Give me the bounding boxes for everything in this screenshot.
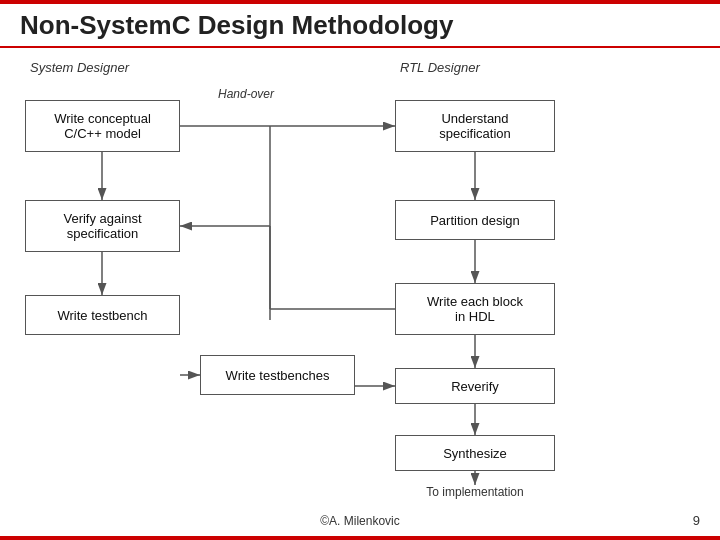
box-write-testbench: Write testbench bbox=[25, 295, 180, 335]
box-write-each-block: Write each block in HDL bbox=[395, 283, 555, 335]
top-border bbox=[0, 0, 720, 4]
to-implementation-label: To implementation bbox=[395, 485, 555, 499]
box-write-testbenches: Write testbenches bbox=[200, 355, 355, 395]
box-partition-design: Partition design bbox=[395, 200, 555, 240]
box-reverify: Reverify bbox=[395, 368, 555, 404]
footer-text: ©A. Milenkovic bbox=[320, 514, 400, 528]
box-synthesize: Synthesize bbox=[395, 435, 555, 471]
arrows-overlay bbox=[0, 0, 720, 540]
box-write-conceptual: Write conceptual C/C++ model bbox=[25, 100, 180, 152]
page-title: Non-SystemC Design Methodology bbox=[20, 10, 453, 41]
bottom-border bbox=[0, 536, 720, 540]
title-underline bbox=[0, 46, 720, 48]
system-designer-label: System Designer bbox=[30, 60, 129, 75]
hand-over-label: Hand-over bbox=[218, 87, 274, 101]
rtl-designer-label: RTL Designer bbox=[400, 60, 480, 75]
page-number: 9 bbox=[693, 513, 700, 528]
box-understand-spec: Understand specification bbox=[395, 100, 555, 152]
box-verify-against: Verify against specification bbox=[25, 200, 180, 252]
